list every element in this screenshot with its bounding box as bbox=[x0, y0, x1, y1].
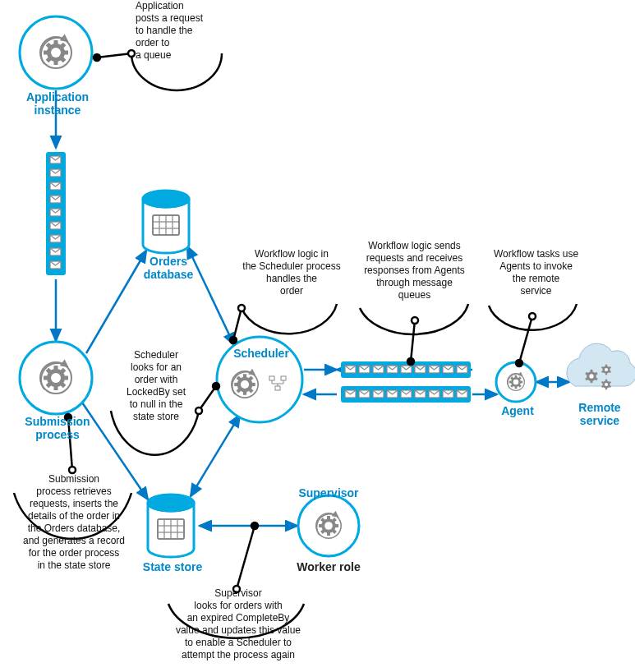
svg-point-44 bbox=[94, 54, 100, 61]
callout-workflow-tasks bbox=[489, 304, 577, 366]
queue-app-to-submission bbox=[46, 152, 66, 275]
label-application-instance: Application instance bbox=[16, 90, 99, 117]
annotation-app-posts: Application posts a request to handle th… bbox=[136, 0, 226, 62]
svg-point-48 bbox=[407, 358, 414, 365]
label-scheduler: Scheduler bbox=[228, 347, 294, 360]
svg-point-53 bbox=[69, 467, 76, 473]
queue-scheduler-agent-top bbox=[341, 361, 471, 378]
label-supervisor: Supervisor bbox=[296, 486, 361, 499]
callout-workflow-handles bbox=[230, 304, 337, 343]
node-remote-service bbox=[567, 343, 635, 389]
svg-point-45 bbox=[238, 305, 245, 311]
svg-point-47 bbox=[412, 317, 418, 324]
node-agent bbox=[496, 362, 536, 402]
label-remote-service: Remote service bbox=[571, 401, 628, 427]
annotation-submission-desc: Submission process retrieves requests, i… bbox=[8, 473, 140, 572]
label-worker-role: Worker role bbox=[292, 560, 366, 573]
annotation-workflow-tasks: Workflow tasks use Agents to invoke the … bbox=[485, 248, 587, 297]
annotation-workflow-sends: Workflow logic sends requests and receiv… bbox=[355, 240, 474, 301]
annotation-supervisor-desc: Supervisor looks for orders with an expi… bbox=[160, 587, 316, 661]
svg-point-56 bbox=[251, 522, 258, 529]
node-supervisor bbox=[298, 495, 359, 556]
svg-line-28 bbox=[191, 415, 240, 496]
svg-point-52 bbox=[213, 383, 219, 389]
annotation-scheduler-looks: Scheduler looks for an order with Locked… bbox=[115, 349, 197, 423]
label-agent: Agent bbox=[493, 404, 542, 417]
svg-point-46 bbox=[230, 337, 237, 343]
diagram-canvas: Application instance Submission process … bbox=[0, 0, 635, 672]
callout-workflow-sends bbox=[360, 304, 468, 365]
label-submission-process: Submission process bbox=[16, 415, 99, 441]
label-state-store: State store bbox=[136, 560, 209, 573]
svg-point-43 bbox=[128, 50, 135, 57]
node-orders-database bbox=[143, 191, 189, 253]
node-application-instance bbox=[20, 16, 92, 89]
label-orders-database: Orders database bbox=[131, 255, 205, 281]
svg-point-49 bbox=[529, 313, 536, 320]
queue-scheduler-agent-bottom bbox=[341, 386, 471, 403]
node-state-store bbox=[148, 495, 194, 557]
svg-point-50 bbox=[516, 360, 522, 366]
node-submission-process bbox=[20, 342, 92, 414]
annotation-workflow-handles: Workflow logic in the Scheduler process … bbox=[238, 248, 345, 297]
